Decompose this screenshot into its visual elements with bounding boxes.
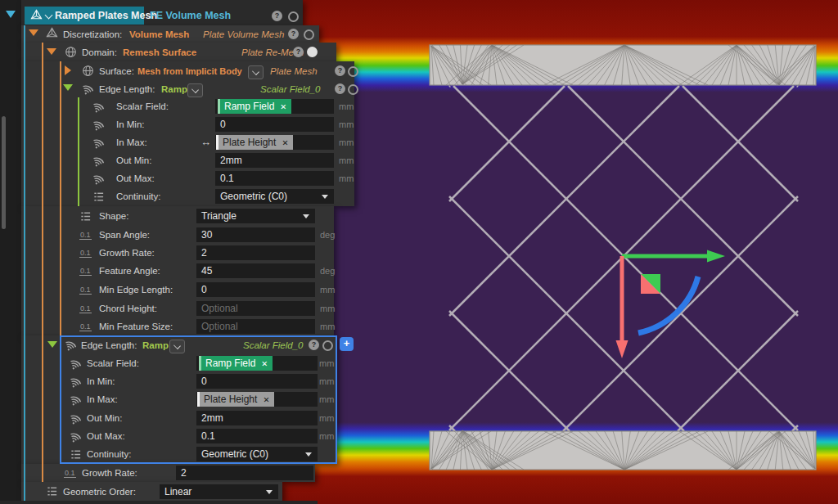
out-min-input[interactable]: 2mm bbox=[215, 153, 334, 168]
caret-down-icon bbox=[266, 490, 273, 494]
surface-note: Plate Mesh bbox=[270, 62, 318, 80]
span-angle-input[interactable]: 30 bbox=[196, 227, 315, 242]
numeric-icon: 0.1 bbox=[79, 267, 92, 276]
block-type-title: FE Volume Mesh bbox=[150, 7, 231, 25]
edge-length-2-value[interactable]: Ramp bbox=[142, 336, 169, 354]
in-max-chip[interactable]: Plate Height✕ bbox=[216, 135, 293, 150]
domain-value[interactable]: Remesh Surface bbox=[123, 43, 196, 61]
output-port-filled-icon[interactable] bbox=[307, 47, 318, 57]
unit-label: mm bbox=[320, 299, 335, 317]
min-edge-length-label: Min Edge Length: bbox=[99, 281, 173, 299]
scope-line-volume-mesh bbox=[24, 25, 25, 501]
bottom-strip bbox=[0, 501, 318, 504]
continuity-label: Continuity: bbox=[116, 187, 160, 205]
unit-label: mm bbox=[339, 133, 354, 151]
unit-label: mm bbox=[319, 427, 334, 445]
chip-remove-icon[interactable]: ✕ bbox=[261, 359, 268, 368]
help-icon[interactable]: ? bbox=[309, 340, 319, 350]
growth-rate-2-input[interactable]: 2 bbox=[176, 466, 313, 480]
unit-label: mm bbox=[319, 390, 334, 408]
shape-label: Shape: bbox=[99, 207, 128, 225]
edge-length-1-dropdown[interactable] bbox=[187, 83, 203, 97]
help-icon[interactable]: ? bbox=[335, 65, 345, 76]
output-port-icon[interactable] bbox=[288, 11, 299, 22]
edge-length-2-dropdown[interactable] bbox=[169, 340, 185, 353]
unit-label: mm bbox=[320, 281, 335, 299]
scalar-field-chip[interactable]: Ramp Field✕ bbox=[199, 356, 273, 371]
out-min-label: Out Min: bbox=[116, 151, 151, 169]
help-icon[interactable]: ? bbox=[288, 29, 299, 39]
scope-line-domain bbox=[60, 61, 61, 335]
in-max-label: In Max: bbox=[87, 390, 118, 408]
scalar-field-label: Scalar Field: bbox=[116, 97, 169, 115]
in-min-input[interactable]: 0 bbox=[196, 374, 318, 389]
min-edge-length-input[interactable]: 0 bbox=[196, 282, 315, 297]
help-icon[interactable]: ? bbox=[272, 11, 282, 21]
surface-dropdown[interactable] bbox=[248, 65, 264, 79]
caret-down-icon bbox=[322, 195, 328, 199]
unit-label: mm bbox=[339, 151, 354, 169]
left-rail bbox=[0, 0, 21, 504]
expander-discretization[interactable] bbox=[29, 29, 38, 36]
output-port-icon[interactable] bbox=[322, 340, 333, 351]
app-window: Ramped Plates Mesh FE Volume Mesh ? Disc… bbox=[0, 0, 838, 504]
chip-remove-icon[interactable]: ✕ bbox=[282, 138, 288, 147]
numeric-icon: 0.1 bbox=[79, 304, 92, 313]
scope-line-edge-length bbox=[78, 97, 79, 206]
continuity-select[interactable]: Geometric (C0) bbox=[196, 447, 318, 461]
edge-length-1-note: Scalar Field_0 bbox=[260, 80, 321, 98]
range-arrows-icon: ↔ bbox=[200, 133, 211, 151]
surface-value[interactable]: Mesh from Implicit Body bbox=[137, 62, 242, 80]
discretization-label: Discretization: bbox=[63, 25, 122, 43]
edge-length-1-value[interactable]: Ramp bbox=[161, 80, 187, 98]
continuity-select[interactable]: Geometric (C0) bbox=[215, 189, 334, 204]
output-port-icon[interactable] bbox=[304, 29, 314, 40]
unit-label: deg bbox=[320, 226, 335, 244]
surface-label: Surface: bbox=[99, 62, 134, 80]
expander-edge-length-1[interactable] bbox=[63, 84, 73, 91]
add-block-button[interactable]: + bbox=[340, 337, 354, 351]
scrollbar-thumb[interactable] bbox=[2, 116, 6, 229]
scalar-field-chip[interactable]: Ramp Field✕ bbox=[218, 99, 291, 114]
numeric-icon: 0.1 bbox=[79, 322, 92, 331]
chord-height-input[interactable]: Optional bbox=[196, 301, 315, 316]
feature-angle-label: Feature Angle: bbox=[99, 262, 160, 280]
numeric-icon: 0.1 bbox=[79, 286, 92, 295]
growth-rate-label: Growth Rate: bbox=[99, 244, 155, 262]
help-icon[interactable]: ? bbox=[293, 47, 304, 57]
in-max-chip[interactable]: Plate Height✕ bbox=[197, 392, 274, 407]
min-feature-size-input[interactable]: Optional bbox=[196, 319, 315, 334]
geometric-order-select[interactable]: Linear bbox=[160, 484, 278, 499]
help-icon[interactable]: ? bbox=[335, 83, 345, 94]
continuity-label: Continuity: bbox=[87, 445, 131, 463]
out-max-input[interactable]: 0.1 bbox=[196, 429, 318, 443]
output-port-icon[interactable] bbox=[348, 66, 358, 77]
page-title: Ramped Plates Mesh bbox=[55, 7, 157, 25]
edge-length-2-label: Edge Length: bbox=[81, 336, 137, 354]
notebook-expander-icon[interactable] bbox=[6, 11, 16, 18]
shape-select[interactable]: Triangle bbox=[196, 209, 315, 223]
edge-length-2-note: Scalar Field_0 bbox=[243, 336, 304, 354]
caret-down-icon bbox=[303, 214, 309, 218]
in-min-input[interactable]: 0 bbox=[215, 117, 334, 132]
chip-remove-icon[interactable]: ✕ bbox=[280, 102, 286, 111]
expander-domain[interactable] bbox=[47, 48, 56, 55]
out-max-input[interactable]: 0.1 bbox=[215, 171, 334, 186]
scalar-field-label: Scalar Field: bbox=[87, 354, 139, 372]
numeric-icon: 0.1 bbox=[64, 469, 76, 478]
in-min-label: In Min: bbox=[116, 115, 145, 133]
growth-rate-input[interactable]: 2 bbox=[196, 245, 315, 260]
unit-label: mm bbox=[339, 169, 354, 187]
expander-surface-collapsed[interactable] bbox=[65, 65, 71, 75]
discretization-value[interactable]: Volume Mesh bbox=[129, 25, 189, 43]
chip-remove-icon[interactable]: ✕ bbox=[263, 395, 269, 404]
edge-length-1-label: Edge Length: bbox=[99, 80, 155, 98]
expander-edge-length-2[interactable] bbox=[47, 341, 57, 348]
out-min-input[interactable]: 2mm bbox=[196, 411, 318, 425]
chord-height-label: Chord Height: bbox=[99, 299, 157, 317]
feature-angle-input[interactable]: 45 bbox=[196, 263, 315, 278]
output-port-icon[interactable] bbox=[348, 84, 358, 95]
domain-label: Domain: bbox=[82, 43, 117, 61]
discretization-note: Plate Volume Mesh bbox=[203, 25, 284, 43]
span-angle-label: Span Angle: bbox=[99, 226, 150, 244]
